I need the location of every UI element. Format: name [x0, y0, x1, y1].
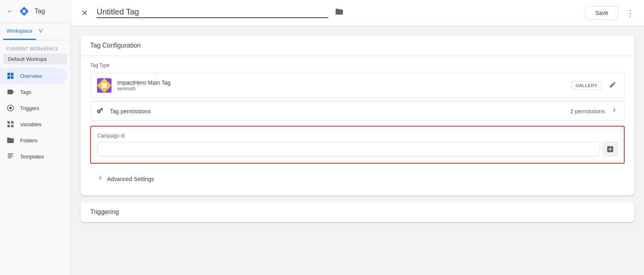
dialog-header: ✕ Untitled Tag Save ⋮ [71, 0, 644, 26]
sidebar-item-variables-label: Variables [20, 121, 41, 127]
triggering-card: Triggering [80, 202, 634, 222]
svg-rect-5 [11, 76, 14, 79]
sidebar-item-templates[interactable]: Templates [0, 148, 67, 165]
workspace-name[interactable]: Default Workspa [3, 54, 67, 65]
tag-config-header: Tag Configuration [80, 35, 634, 56]
save-button[interactable]: Save [585, 6, 618, 20]
tag-name: ImpactHero Main Tag [117, 79, 566, 86]
tag-configuration-card: Tag Configuration Tag Type [80, 35, 634, 196]
tag-info: ImpactHero Main Tag semrush [117, 79, 566, 92]
tag-vendor: semrush [117, 86, 566, 92]
sidebar-item-overview-label: Overview [20, 73, 42, 79]
permissions-row[interactable]: Tag permissions 2 permissions [90, 101, 625, 121]
dialog-content: Tag Configuration Tag Type [71, 26, 644, 275]
sidebar-item-templates-label: Templates [20, 154, 44, 160]
tags-icon [6, 88, 14, 96]
svg-rect-2 [8, 73, 10, 76]
tag-type-row[interactable]: ImpactHero Main Tag semrush GALLERY [90, 73, 625, 98]
campaign-input-row [97, 142, 617, 156]
sidebar-item-triggers[interactable]: Triggers [0, 100, 67, 116]
sidebar: ← Tag Workspace V CURRENT WORKSPACE Defa… [0, 0, 71, 275]
triggering-header: Triggering [80, 202, 634, 222]
tag-config-title: Tag Configuration [90, 42, 140, 49]
sidebar-item-tags[interactable]: Tags [0, 84, 67, 100]
svg-rect-13 [102, 83, 107, 88]
workspace-label: CURRENT WORKSPACE [0, 40, 70, 54]
overview-icon [6, 72, 14, 80]
more-options-button[interactable]: ⋮ [623, 5, 638, 21]
svg-rect-10 [11, 125, 14, 127]
permissions-chevron-icon [611, 106, 618, 116]
close-button[interactable]: ✕ [77, 6, 92, 20]
gtm-logo [18, 5, 31, 18]
svg-rect-3 [11, 73, 14, 76]
folders-icon [6, 136, 14, 144]
svg-rect-8 [8, 121, 10, 124]
sidebar-item-folders-label: Folders [20, 138, 37, 144]
sidebar-item-variables[interactable]: Variables [0, 116, 67, 132]
svg-rect-4 [8, 76, 10, 79]
sidebar-item-folders[interactable]: Folders [0, 132, 67, 148]
key-icon [95, 105, 107, 117]
permissions-count: 2 permissions [570, 108, 605, 115]
back-button[interactable]: ← [6, 7, 14, 16]
sidebar-item-overview[interactable]: Overview [0, 68, 67, 84]
svg-rect-11 [8, 125, 10, 127]
folder-button[interactable] [335, 7, 344, 18]
tab-workspace[interactable]: Workspace [3, 23, 36, 40]
templates-icon [6, 152, 14, 160]
advanced-settings-label: Advanced Settings [107, 176, 154, 182]
advanced-chevron-icon [97, 174, 104, 183]
sidebar-header: ← Tag [0, 0, 70, 23]
main-area: ✕ Untitled Tag Save ⋮ Tag Configuration … [71, 0, 644, 275]
app-title: Tag [35, 8, 45, 15]
sidebar-item-tags-label: Tags [20, 89, 31, 95]
tag-type-icon [97, 78, 111, 93]
triggers-icon [6, 104, 14, 112]
svg-point-7 [9, 107, 12, 110]
variables-icon [6, 120, 14, 128]
campaign-id-label: Campaign Id [97, 133, 617, 139]
permissions-label: Tag permissions [110, 108, 565, 115]
tag-config-body: Tag Type ImpactHero Main Tag [80, 56, 634, 196]
sidebar-nav: Overview Tags Triggers Variables Folders [0, 68, 70, 275]
campaign-id-input[interactable] [97, 142, 600, 156]
dialog-title[interactable]: Untitled Tag [97, 7, 328, 18]
svg-rect-9 [11, 121, 14, 124]
svg-rect-1 [23, 10, 25, 12]
sidebar-tabs: Workspace V [0, 23, 70, 40]
sidebar-item-triggers-label: Triggers [20, 105, 39, 111]
triggering-title: Triggering [90, 208, 119, 215]
campaign-id-section: Campaign Id [90, 126, 625, 164]
add-variable-button[interactable] [603, 142, 617, 156]
edit-tag-button[interactable] [607, 79, 618, 92]
advanced-settings-row[interactable]: Advanced Settings [90, 169, 625, 189]
tag-type-label: Tag Type [90, 62, 625, 68]
tab-versions[interactable]: V [36, 23, 46, 40]
gallery-button[interactable]: GALLERY [571, 81, 602, 90]
